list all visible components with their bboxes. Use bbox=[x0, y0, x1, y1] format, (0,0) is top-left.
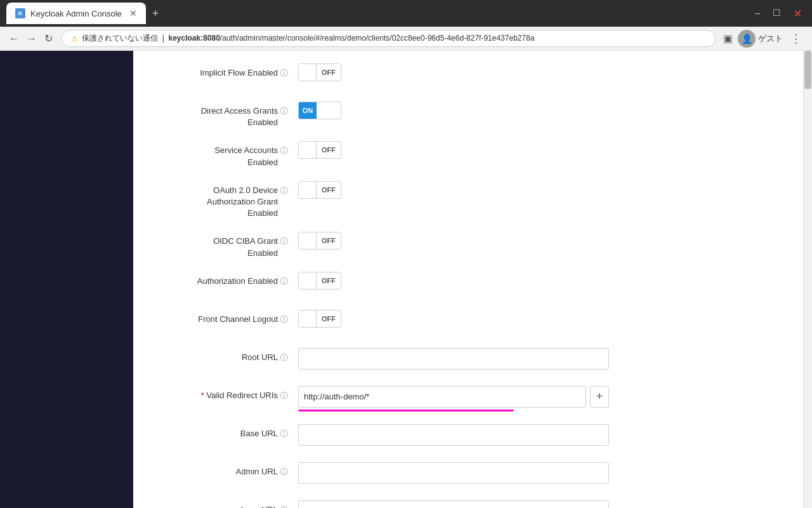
authorization-enabled-label-text: Authorization Enabled bbox=[197, 276, 278, 287]
scrollbar-track bbox=[803, 51, 812, 508]
front-channel-logout-toggle[interactable]: OFF bbox=[298, 310, 341, 328]
base-url-input[interactable] bbox=[298, 424, 609, 446]
label-direct-access: Direct Access GrantsEnabled ⓘ bbox=[159, 102, 298, 128]
address-bar-icons: ▣ 👤 ゲスト ⋮ bbox=[723, 30, 804, 48]
oidc-ciba-toggle[interactable]: OFF bbox=[298, 232, 341, 250]
toggle-label: OFF bbox=[317, 237, 341, 244]
reload-button[interactable]: ↻ bbox=[43, 31, 54, 46]
oauth2-device-toggle[interactable]: OFF bbox=[298, 181, 341, 199]
form-row-root-url: Root URL ⓘ bbox=[159, 348, 778, 373]
implicit-flow-toggle[interactable]: OFF bbox=[298, 64, 341, 81]
admin-url-help-icon[interactable]: ⓘ bbox=[280, 467, 288, 478]
control-base-url bbox=[298, 424, 609, 446]
required-star: * bbox=[200, 390, 204, 401]
form-row-authorization-enabled: Authorization Enabled ⓘ OFF bbox=[159, 272, 778, 297]
scrollbar-thumb[interactable] bbox=[804, 51, 811, 89]
control-oauth2-device: OFF bbox=[298, 181, 609, 199]
toggle-handle bbox=[299, 141, 317, 159]
service-accounts-toggle[interactable]: OFF bbox=[298, 141, 341, 159]
control-admin-url bbox=[298, 462, 609, 484]
add-redirect-uri-button[interactable]: + bbox=[590, 386, 609, 408]
valid-redirect-uris-help-icon[interactable]: ⓘ bbox=[280, 391, 288, 401]
url-warning-label: 保護されていない通信 bbox=[82, 34, 158, 43]
implicit-flow-label-text: Implicit Flow Enabled bbox=[200, 67, 278, 79]
label-logo-url: Logo URL ⓘ bbox=[159, 500, 298, 508]
annotation-underline bbox=[298, 409, 514, 411]
logo-url-label-text: Logo URL bbox=[240, 504, 278, 508]
toggle-label: OFF bbox=[317, 69, 341, 76]
browser-menu-button[interactable]: ⋮ bbox=[788, 32, 804, 46]
form-row-valid-redirect-uris: * Valid Redirect URIs ⓘ + bbox=[159, 386, 778, 411]
form-row-oidc-ciba: OIDC CIBA GrantEnabled ⓘ OFF bbox=[159, 232, 778, 258]
tab-close-button[interactable]: ✕ bbox=[129, 8, 137, 18]
cast-icon[interactable]: ▣ bbox=[723, 32, 733, 44]
nav-buttons: ← → ↻ bbox=[8, 31, 54, 46]
minimize-button[interactable]: – bbox=[751, 6, 764, 21]
control-root-url bbox=[298, 348, 609, 370]
toggle-handle bbox=[299, 181, 317, 199]
oidc-ciba-label-text: OIDC CIBA GrantEnabled bbox=[213, 236, 278, 258]
authorization-enabled-toggle[interactable]: OFF bbox=[298, 272, 341, 290]
control-logo-url bbox=[298, 500, 609, 508]
label-root-url: Root URL ⓘ bbox=[159, 348, 298, 363]
service-accounts-label-text: Service AccountsEnabled bbox=[214, 145, 278, 168]
label-implicit-flow: Implicit Flow Enabled ⓘ bbox=[159, 64, 298, 79]
service-accounts-help-icon[interactable]: ⓘ bbox=[280, 145, 288, 156]
tab-title: Keycloak Admin Console bbox=[30, 9, 122, 18]
toggle-on-text: ON bbox=[303, 107, 313, 114]
toggle-handle-on: ON bbox=[299, 102, 317, 119]
control-authorization-enabled: OFF bbox=[298, 272, 609, 290]
redirect-uris-wrapper: + bbox=[298, 386, 609, 408]
root-url-help-icon[interactable]: ⓘ bbox=[280, 352, 288, 363]
sidebar bbox=[0, 51, 133, 508]
base-url-help-icon[interactable]: ⓘ bbox=[280, 429, 288, 439]
valid-redirect-uris-input[interactable] bbox=[298, 386, 586, 408]
toggle-handle bbox=[299, 310, 317, 328]
toggle-handle bbox=[299, 232, 317, 250]
back-button[interactable]: ← bbox=[8, 32, 20, 46]
implicit-flow-help-icon[interactable]: ⓘ bbox=[280, 68, 288, 79]
main-layout: Implicit Flow Enabled ⓘ OFF Direct Acces… bbox=[0, 51, 812, 508]
root-url-input[interactable] bbox=[298, 348, 609, 370]
valid-redirect-uris-label-text: Valid Redirect URIs bbox=[207, 390, 278, 401]
toggle-label: OFF bbox=[317, 146, 341, 154]
close-button[interactable]: ✕ bbox=[790, 6, 806, 21]
tab-favicon: K bbox=[15, 8, 25, 18]
toggle-label: OFF bbox=[317, 277, 341, 284]
form-row-service-accounts: Service AccountsEnabled ⓘ OFF bbox=[159, 141, 778, 168]
form-row-logo-url: Logo URL ⓘ bbox=[159, 500, 778, 508]
address-field[interactable]: ⚠ 保護されていない通信 | keycloak:8080/auth/admin/… bbox=[62, 30, 716, 47]
oauth2-device-help-icon[interactable]: ⓘ bbox=[280, 185, 288, 196]
window-controls: – ☐ ✕ bbox=[751, 6, 806, 21]
direct-access-toggle[interactable]: ON bbox=[298, 102, 341, 119]
admin-url-label-text: Admin URL bbox=[236, 466, 278, 478]
new-tab-button[interactable]: + bbox=[148, 7, 163, 20]
tab-bar: K Keycloak Admin Console ✕ + bbox=[6, 3, 746, 24]
logo-url-input[interactable] bbox=[298, 500, 609, 508]
control-front-channel-logout: OFF bbox=[298, 310, 609, 328]
label-oauth2-device: OAuth 2.0 DeviceAuthorization GrantEnabl… bbox=[159, 181, 298, 220]
label-service-accounts: Service AccountsEnabled ⓘ bbox=[159, 141, 298, 168]
direct-access-help-icon[interactable]: ⓘ bbox=[280, 106, 288, 117]
admin-url-input[interactable] bbox=[298, 462, 609, 484]
control-implicit-flow: OFF bbox=[298, 64, 609, 81]
toggle-label: OFF bbox=[317, 315, 341, 323]
forward-button[interactable]: → bbox=[25, 32, 38, 46]
user-menu[interactable]: 👤 ゲスト bbox=[738, 30, 783, 48]
form-row-admin-url: Admin URL ⓘ bbox=[159, 462, 778, 488]
oidc-ciba-help-icon[interactable]: ⓘ bbox=[280, 236, 288, 247]
authorization-enabled-help-icon[interactable]: ⓘ bbox=[280, 276, 288, 287]
root-url-label-text: Root URL bbox=[242, 352, 278, 363]
logo-url-help-icon[interactable]: ⓘ bbox=[280, 505, 288, 508]
toggle-handle bbox=[299, 64, 317, 81]
control-oidc-ciba: OFF bbox=[298, 232, 609, 250]
maximize-button[interactable]: ☐ bbox=[769, 6, 785, 21]
toggle-label: OFF bbox=[317, 186, 341, 194]
oauth2-device-label-text: OAuth 2.0 DeviceAuthorization GrantEnabl… bbox=[207, 185, 278, 220]
address-bar: ← → ↻ ⚠ 保護されていない通信 | keycloak:8080/auth/… bbox=[0, 27, 812, 51]
base-url-label-text: Base URL bbox=[240, 428, 278, 439]
label-front-channel-logout: Front Channel Logout ⓘ bbox=[159, 310, 298, 325]
front-channel-logout-help-icon[interactable]: ⓘ bbox=[280, 314, 288, 325]
form-row-oauth2-device: OAuth 2.0 DeviceAuthorization GrantEnabl… bbox=[159, 181, 778, 220]
active-tab[interactable]: K Keycloak Admin Console ✕ bbox=[6, 3, 146, 24]
